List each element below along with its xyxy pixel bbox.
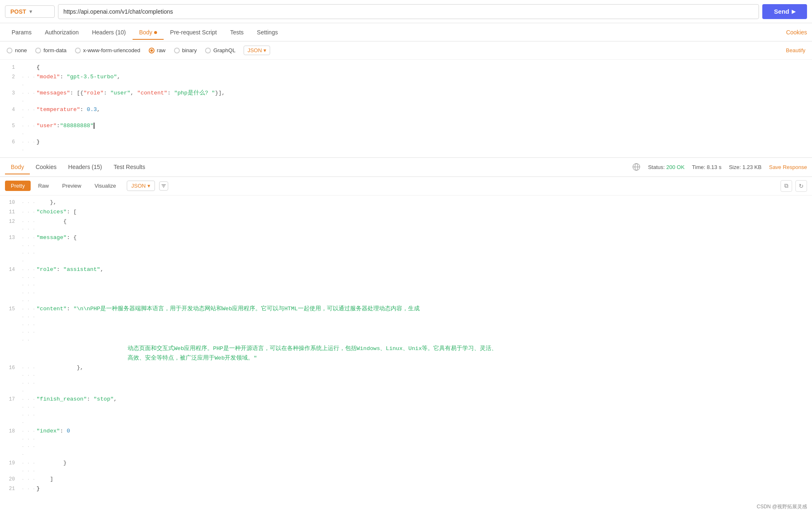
resp-dots-21: · · · <box>22 484 36 493</box>
response-tab-bar: Body Cookies Headers (15) Test Results S… <box>0 158 812 177</box>
footer-text: CSDN @视野拓展灵感 <box>756 504 807 510</box>
resp-json-chevron-icon: ▾ <box>147 183 150 189</box>
binary-label: binary <box>182 47 197 53</box>
format-bar-right: ⧉ ↻ <box>781 180 807 192</box>
resp-dots-11: · · · <box>22 208 36 216</box>
resp-tab-body[interactable]: Body <box>5 159 30 174</box>
resp-content-17: "finish_reason": "stop", <box>36 395 812 404</box>
resp-line-14: 14 · · · · · · · · · · · · · · "role": "… <box>0 265 812 304</box>
resp-dots-14: · · · · · · · · · · · · · · <box>22 265 36 304</box>
resp-content-16: }, <box>36 363 812 373</box>
resp-content-20: ] <box>36 475 812 484</box>
radio-raw-circle <box>149 48 155 53</box>
resp-line-18: 18 · · · · · · · · · · "index": 0 <box>0 427 812 459</box>
req-line-4: 4 · · · · "temperature": 0.3, <box>0 105 812 121</box>
radio-form-data[interactable]: form-data <box>35 47 67 53</box>
resp-dots-16: · · · · · · · · · · <box>22 363 36 395</box>
response-section: Body Cookies Headers (15) Test Results S… <box>0 158 812 496</box>
resp-line-num-12: 12 <box>0 217 22 226</box>
resp-content-10: }, <box>36 198 812 208</box>
size-label: Size: 1.23 KB <box>729 164 761 170</box>
resp-dots-18: · · · · · · · · · · <box>22 427 36 459</box>
resp-line-num-15b <box>0 344 22 345</box>
response-format-bar: Pretty Raw Preview Visualize JSON ▾ ⧉ ↻ <box>0 177 812 196</box>
line-dots-1 <box>22 63 36 64</box>
body-dot <box>154 31 157 34</box>
resp-line-num-17: 17 <box>0 395 22 403</box>
line-dots-3: · · · · <box>22 89 36 105</box>
line-content-4: "temperature": 0.3, <box>36 105 812 115</box>
line-content-2: "model": "gpt-3.5-turbo", <box>36 72 812 82</box>
globe-icon <box>632 163 640 171</box>
line-num-2: 2 <box>0 72 22 81</box>
resp-line-num-10: 10 <box>0 198 22 207</box>
resp-line-num-20: 20 <box>0 475 22 483</box>
tab-body[interactable]: Body <box>133 25 164 40</box>
method-select[interactable]: POST ▾ <box>5 5 55 18</box>
send-arrow-icon: ▶ <box>792 9 795 14</box>
footer: CSDN @视野拓展灵感 <box>752 502 812 512</box>
tab-authorization[interactable]: Authorization <box>38 25 85 40</box>
radio-binary[interactable]: binary <box>174 47 197 53</box>
line-content-1: { <box>36 63 812 72</box>
resp-line-num-21: 21 <box>0 484 22 493</box>
tab-tests[interactable]: Tests <box>223 25 250 40</box>
resp-content-11: "choices": [ <box>36 208 812 217</box>
tab-settings[interactable]: Settings <box>250 25 285 40</box>
json-chevron-icon: ▾ <box>263 47 266 53</box>
save-response-button[interactable]: Save Response <box>769 164 807 170</box>
none-label: none <box>15 47 27 53</box>
filter-icon[interactable] <box>159 181 168 191</box>
beautify-button[interactable]: Beautify <box>786 47 805 53</box>
resp-line-num-15: 15 <box>0 304 22 313</box>
resp-line-num-15c <box>0 354 22 354</box>
status-label: Status: 200 OK <box>648 164 684 170</box>
radio-x-www-circle <box>75 48 81 53</box>
resp-content-14: "role": "assistant", <box>36 265 812 275</box>
radio-none[interactable]: none <box>7 47 27 53</box>
fmt-raw[interactable]: Raw <box>32 181 55 191</box>
resp-json-label: JSON <box>131 183 146 189</box>
resp-tab-headers[interactable]: Headers (15) <box>63 159 108 174</box>
fmt-preview[interactable]: Preview <box>56 181 87 191</box>
radio-binary-circle <box>174 48 180 53</box>
radio-raw[interactable]: raw <box>149 47 166 53</box>
url-input[interactable] <box>58 4 759 19</box>
tab-params[interactable]: Params <box>5 25 38 40</box>
resp-line-num-13: 13 <box>0 233 22 242</box>
resp-line-15a: 15 · · · · · · · · · · · · · · "content"… <box>0 304 812 344</box>
fmt-pretty[interactable]: Pretty <box>5 181 31 191</box>
resp-line-10: 10 · · · }, <box>0 198 812 208</box>
resp-tab-cookies[interactable]: Cookies <box>30 159 63 174</box>
status-prefix: Status: <box>648 164 665 170</box>
resp-line-15b: 动态页面和交互式Web应用程序。PHP是一种开源语言，可以在各种操作系统上运行，… <box>0 344 812 354</box>
resp-dots-20: · · · <box>22 475 36 483</box>
resp-content-19: } <box>36 459 812 468</box>
req-line-1: 1 { <box>0 63 812 72</box>
line-num-1: 1 <box>0 63 22 72</box>
send-button[interactable]: Send ▶ <box>762 4 807 19</box>
resp-json-select[interactable]: JSON ▾ <box>127 181 155 191</box>
copy-icon[interactable]: ⧉ <box>781 180 792 192</box>
expand-icon[interactable]: ↻ <box>795 180 807 192</box>
chevron-down-icon: ▾ <box>29 9 32 14</box>
line-content-5: "user":"88888888" <box>36 121 812 131</box>
resp-dots-10: · · · <box>22 198 36 207</box>
line-num-5: 5 <box>0 121 22 130</box>
tab-headers[interactable]: Headers (10) <box>85 25 133 40</box>
resp-line-17: 17 · · · · · · · · · · "finish_reason": … <box>0 395 812 427</box>
resp-content-21: } <box>36 484 812 494</box>
json-select-label: JSON <box>247 47 262 53</box>
request-code-editor[interactable]: 1 { 2 · · · · "model": "gpt-3.5-turbo", … <box>0 60 812 158</box>
fmt-visualize[interactable]: Visualize <box>89 181 122 191</box>
tab-cookies[interactable]: Cookies <box>786 29 807 36</box>
resp-tab-test-results[interactable]: Test Results <box>108 159 151 174</box>
resp-line-11: 11 · · · "choices": [ <box>0 208 812 217</box>
req-line-5: 5 · · · · "user":"88888888" <box>0 121 812 138</box>
resp-line-20: 20 · · · ] <box>0 475 812 484</box>
req-line-2: 2 · · · · "model": "gpt-3.5-turbo", <box>0 72 812 89</box>
tab-pre-request[interactable]: Pre-request Script <box>164 25 224 40</box>
radio-x-www[interactable]: x-www-form-urlencoded <box>75 47 140 53</box>
radio-graphql[interactable]: GraphQL <box>205 47 235 53</box>
json-type-select[interactable]: JSON ▾ <box>244 46 270 55</box>
